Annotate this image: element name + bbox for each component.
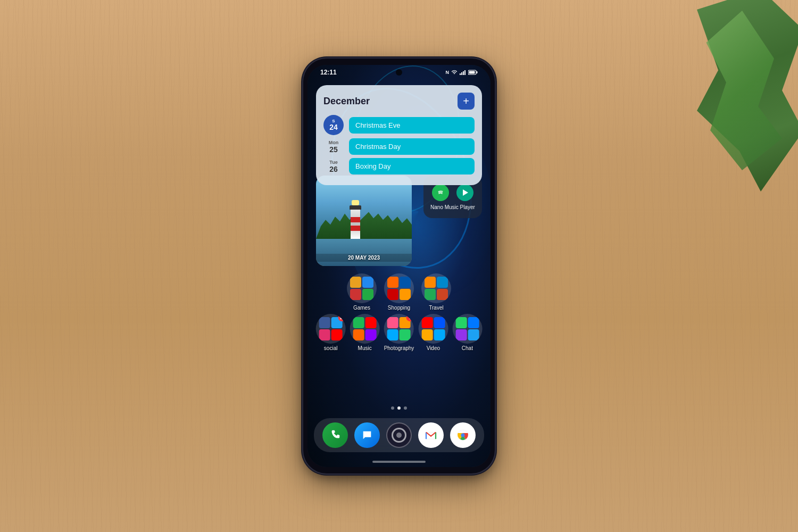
n-icon: N bbox=[446, 70, 450, 75]
shopping-app-3 bbox=[387, 289, 398, 300]
folder-photography[interactable]: 1 Photography bbox=[384, 314, 414, 351]
svg-marker-8 bbox=[463, 189, 468, 196]
camera-inner-ring bbox=[392, 428, 406, 443]
svg-rect-1 bbox=[461, 72, 462, 75]
dock-phone-button[interactable] bbox=[322, 422, 348, 448]
event-date-tue-26: Tue 26 bbox=[323, 160, 344, 173]
app-row-2: 12 social Music bbox=[316, 314, 483, 351]
photo-water bbox=[316, 239, 412, 266]
music-label: Music bbox=[358, 345, 372, 351]
calendar-month: December bbox=[323, 96, 370, 107]
svg-rect-6 bbox=[469, 71, 475, 74]
lighthouse-tower bbox=[351, 210, 360, 239]
svg-rect-5 bbox=[477, 71, 478, 73]
photo-app-1 bbox=[387, 317, 398, 328]
music-app-3 bbox=[353, 329, 364, 340]
folder-shopping[interactable]: Shopping bbox=[384, 273, 414, 311]
status-time: 12:11 bbox=[320, 69, 337, 76]
video-label: Video bbox=[427, 345, 440, 351]
music-app-2 bbox=[365, 317, 377, 328]
video-app-2 bbox=[434, 317, 445, 328]
phone-screen: 12:11 N bbox=[307, 65, 491, 467]
signal-icon bbox=[460, 70, 466, 75]
lighthouse-light bbox=[352, 200, 359, 205]
lighthouse-band-1 bbox=[351, 217, 360, 222]
dock-gmail-button[interactable] bbox=[418, 422, 444, 448]
calendar-add-button[interactable]: + bbox=[458, 93, 475, 110]
photo-app-4 bbox=[400, 329, 411, 340]
svg-rect-0 bbox=[460, 73, 461, 75]
folder-social[interactable]: 12 social bbox=[316, 314, 346, 351]
chat-app-3 bbox=[455, 329, 467, 340]
plant-decoration bbox=[681, 0, 798, 213]
photo-inner: 20 MAY 2023 bbox=[316, 176, 412, 266]
video-app-1 bbox=[421, 317, 433, 328]
camera-cutout bbox=[396, 69, 402, 76]
event-row-christmas-day: Mon 25 Christmas Day bbox=[323, 138, 475, 155]
chat-label: Chat bbox=[462, 345, 473, 351]
travel-label: Travel bbox=[429, 305, 443, 311]
social-app-1 bbox=[319, 317, 330, 328]
lighthouse bbox=[350, 200, 361, 239]
folder-games[interactable]: Games bbox=[347, 273, 377, 311]
social-folder-icon: 12 bbox=[316, 314, 346, 344]
photo-trees bbox=[316, 207, 412, 239]
play-button[interactable] bbox=[456, 184, 473, 201]
folder-travel[interactable]: Travel bbox=[421, 273, 451, 311]
photo-widget[interactable]: 20 MAY 2023 bbox=[316, 176, 412, 266]
folder-music[interactable]: Music bbox=[350, 314, 380, 351]
svg-rect-3 bbox=[464, 70, 466, 75]
event-pill-christmas-day[interactable]: Christmas Day bbox=[349, 138, 475, 155]
folder-video[interactable]: Video bbox=[418, 314, 448, 351]
event-day-num-25: 25 bbox=[329, 145, 338, 154]
home-indicator[interactable] bbox=[372, 461, 426, 463]
travel-folder-icon bbox=[421, 273, 451, 303]
chat-app-4 bbox=[468, 329, 479, 340]
video-folder-icon bbox=[418, 314, 448, 344]
shopping-app-2 bbox=[400, 277, 411, 288]
calendar-header: December + bbox=[323, 93, 475, 110]
photography-label: Photography bbox=[384, 345, 414, 351]
event-day-name-mon: Mon bbox=[329, 140, 339, 145]
event-pill-boxing-day[interactable]: Boxing Day bbox=[349, 158, 475, 174]
photography-badge: 1 bbox=[406, 314, 414, 321]
travel-app-4 bbox=[437, 289, 448, 300]
games-app-3 bbox=[350, 289, 361, 300]
games-app-4 bbox=[362, 289, 373, 300]
spotify-icon bbox=[432, 184, 449, 201]
dock-chrome-button[interactable] bbox=[450, 422, 476, 448]
event-row-christmas-eve: S 24 Christmas Eve bbox=[323, 115, 475, 135]
games-label: Games bbox=[353, 305, 370, 311]
social-label: social bbox=[324, 345, 338, 351]
lighthouse-band-2 bbox=[351, 226, 360, 231]
event-pill-christmas-eve[interactable]: Christmas Eve bbox=[349, 117, 475, 134]
shopping-folder-icon bbox=[384, 273, 414, 303]
folder-chat[interactable]: Chat bbox=[452, 314, 482, 351]
travel-app-1 bbox=[425, 277, 436, 288]
event-day-name-tue: Tue bbox=[329, 160, 337, 165]
dock-camera-button[interactable] bbox=[386, 422, 412, 448]
page-dot-2 bbox=[397, 406, 401, 410]
event-date-mon-25: Mon 25 bbox=[323, 140, 344, 154]
page-dot-3 bbox=[404, 406, 407, 410]
event-date-sun-24: S 24 bbox=[323, 115, 344, 135]
page-dot-1 bbox=[391, 406, 394, 410]
phone-device: 12:11 N bbox=[303, 59, 495, 473]
photo-folder-icon: 1 bbox=[384, 314, 414, 344]
travel-app-2 bbox=[437, 277, 448, 288]
music-folder-icon bbox=[350, 314, 380, 344]
svg-point-11 bbox=[461, 434, 465, 437]
page-dots bbox=[391, 406, 407, 410]
camera-lens-dot bbox=[396, 433, 402, 438]
chat-app-2 bbox=[468, 317, 479, 328]
wifi-icon bbox=[451, 70, 458, 75]
chat-folder-icon bbox=[452, 314, 482, 344]
video-app-3 bbox=[421, 329, 433, 340]
dock-messages-button[interactable] bbox=[354, 422, 380, 448]
calendar-widget: December + S 24 Christmas Eve Mon 25 bbox=[316, 85, 482, 185]
event-row-boxing-day: Tue 26 Boxing Day bbox=[323, 158, 475, 174]
lighthouse-top bbox=[350, 205, 361, 210]
music-icons-row bbox=[432, 184, 473, 201]
social-badge: 12 bbox=[338, 314, 346, 321]
svg-rect-2 bbox=[463, 71, 464, 75]
